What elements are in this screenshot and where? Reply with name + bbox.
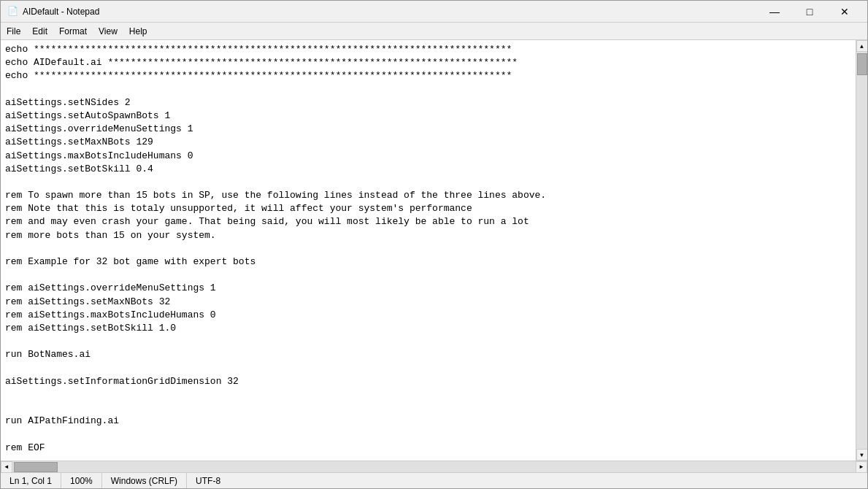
zoom-level: 100% bbox=[61, 473, 102, 488]
status-bar: Ln 1, Col 1 100% Windows (CRLF) UTF-8 bbox=[1, 472, 867, 488]
menu-view[interactable]: View bbox=[93, 23, 123, 39]
scroll-track-horizontal[interactable] bbox=[12, 461, 856, 472]
minimize-button[interactable]: — bbox=[758, 1, 791, 23]
title-bar-left: 📄 AIDefault - Notepad bbox=[7, 6, 99, 18]
app-icon: 📄 bbox=[7, 6, 18, 18]
editor-area: ▲ ▼ bbox=[1, 40, 867, 461]
scroll-left-arrow[interactable]: ◄ bbox=[1, 461, 12, 473]
menu-bar: File Edit Format View Help bbox=[1, 23, 867, 40]
menu-format[interactable]: Format bbox=[53, 23, 93, 39]
title-bar: 📄 AIDefault - Notepad — □ ✕ bbox=[1, 1, 867, 23]
scroll-down-arrow[interactable]: ▼ bbox=[856, 449, 868, 461]
encoding: UTF-8 bbox=[187, 473, 229, 488]
notepad-window: 📄 AIDefault - Notepad — □ ✕ File Edit Fo… bbox=[0, 0, 868, 489]
menu-help[interactable]: Help bbox=[123, 23, 153, 39]
cursor-position: Ln 1, Col 1 bbox=[1, 473, 61, 488]
horizontal-scrollbar[interactable]: ◄ ► bbox=[1, 461, 867, 472]
vertical-scrollbar[interactable]: ▲ ▼ bbox=[856, 40, 867, 461]
title-controls: — □ ✕ bbox=[758, 1, 861, 23]
scroll-right-arrow[interactable]: ► bbox=[856, 461, 867, 473]
menu-edit[interactable]: Edit bbox=[26, 23, 53, 39]
line-ending: Windows (CRLF) bbox=[102, 473, 187, 488]
close-button[interactable]: ✕ bbox=[828, 1, 861, 23]
scroll-thumb-horizontal[interactable] bbox=[14, 462, 58, 472]
scroll-track-vertical[interactable] bbox=[856, 52, 867, 449]
text-editor[interactable] bbox=[1, 40, 856, 461]
maximize-button[interactable]: □ bbox=[793, 1, 826, 23]
menu-file[interactable]: File bbox=[1, 23, 26, 39]
scroll-thumb-vertical[interactable] bbox=[857, 53, 867, 75]
window-title: AIDefault - Notepad bbox=[23, 7, 99, 17]
scroll-up-arrow[interactable]: ▲ bbox=[856, 40, 868, 52]
